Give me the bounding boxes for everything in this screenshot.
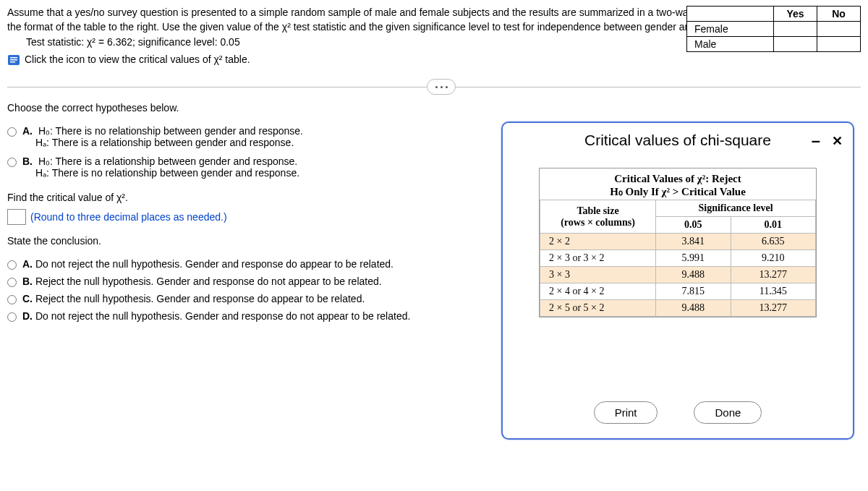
cv-caption-1: Critical Values of χ²: Reject [614, 173, 741, 184]
print-button[interactable]: Print [594, 401, 658, 424]
q2-radio-a[interactable] [7, 260, 17, 270]
cv-row: 2 × 4 or 4 × 2 7.815 11.345 [540, 283, 816, 300]
q1-options: A. H₀: There is no relationship between … [7, 125, 499, 179]
done-button[interactable]: Done [694, 401, 762, 424]
svg-rect-2 [10, 59, 17, 61]
conclusion-prompt: State the conclusion. [7, 235, 499, 247]
critical-values-modal: Critical values of chi-square – ✕ Critic… [501, 121, 854, 440]
problem-text-main: Assume that a yes/no survey question is … [7, 7, 744, 33]
q1-radio-b[interactable] [7, 158, 17, 167]
more-icon[interactable] [427, 79, 456, 95]
cv-caption-2: H₀ Only If χ² > Critical Value [610, 186, 746, 197]
row-male: Male [687, 37, 774, 52]
cv-sig-005: 0.05 [656, 217, 731, 234]
q2-opt-c: Reject the null hypothesis. Gender and r… [35, 293, 365, 304]
q2-radio-c[interactable] [7, 295, 17, 304]
cv-sig-001: 0.01 [731, 217, 815, 234]
cv-table: Table size (rows × columns) Significance… [540, 200, 816, 317]
q1-a-h0: H₀: There is no relationship between gen… [38, 125, 303, 137]
q1-b-h0: H₀: There is a relationship between gend… [38, 155, 297, 167]
q1-b-ha: Hₐ: There is no relationship between gen… [35, 167, 299, 179]
test-statistic-line: Test statistic: χ² = 6.362; significance… [26, 35, 745, 50]
cv-row: 3 × 3 9.488 13.277 [540, 267, 816, 283]
problem-statement: Assume that a yes/no survey question is … [7, 6, 745, 67]
close-icon[interactable]: ✕ [832, 133, 843, 149]
critical-value-input[interactable] [7, 209, 26, 225]
cv-header-size1: Table size [576, 205, 618, 216]
cv-row: 2 × 3 or 3 × 2 5.991 9.210 [540, 250, 816, 267]
cv-header-sig: Significance level [656, 200, 816, 217]
q2-opt-a: Do not reject the null hypothesis. Gende… [35, 258, 393, 270]
col-yes: Yes [774, 7, 817, 22]
minimize-icon[interactable]: – [812, 137, 820, 145]
cv-row: 2 × 5 or 5 × 2 9.488 13.277 [540, 300, 816, 317]
cv-caption: Critical Values of χ²: Reject H₀ Only If… [540, 168, 816, 200]
row-female: Female [687, 22, 774, 37]
modal-title: Critical values of chi-square [584, 132, 771, 149]
cv-header-size2: (rows × columns) [561, 217, 635, 228]
round-note: (Round to three decimal places as needed… [30, 211, 227, 223]
divider [7, 87, 861, 87]
cv-row: 2 × 2 3.841 6.635 [540, 234, 816, 250]
q1-prompt: Choose the correct hypotheses below. [7, 102, 499, 114]
cv-table-container: Critical Values of χ²: Reject H₀ Only If… [539, 168, 817, 317]
q2-opt-b: Reject the null hypothesis. Gender and r… [35, 276, 382, 287]
find-cv-prompt: Find the critical value of χ². [7, 192, 499, 203]
q2-radio-d[interactable] [7, 312, 17, 322]
svg-rect-3 [10, 61, 15, 63]
col-no: No [817, 7, 861, 22]
q2-opt-d: Do not reject the null hypothesis. Gende… [35, 310, 410, 322]
q1-a-ha: Hₐ: There is a relationship between gend… [35, 137, 294, 148]
two-way-table: Yes No Female Male [686, 6, 861, 52]
svg-rect-1 [10, 57, 17, 59]
conclusion-options: A.Do not reject the null hypothesis. Gen… [7, 258, 499, 322]
click-icon-text: Click the icon to view the critical valu… [25, 53, 250, 67]
q1-radio-a[interactable] [7, 127, 17, 137]
q2-radio-b[interactable] [7, 278, 17, 287]
book-icon[interactable] [7, 54, 20, 67]
